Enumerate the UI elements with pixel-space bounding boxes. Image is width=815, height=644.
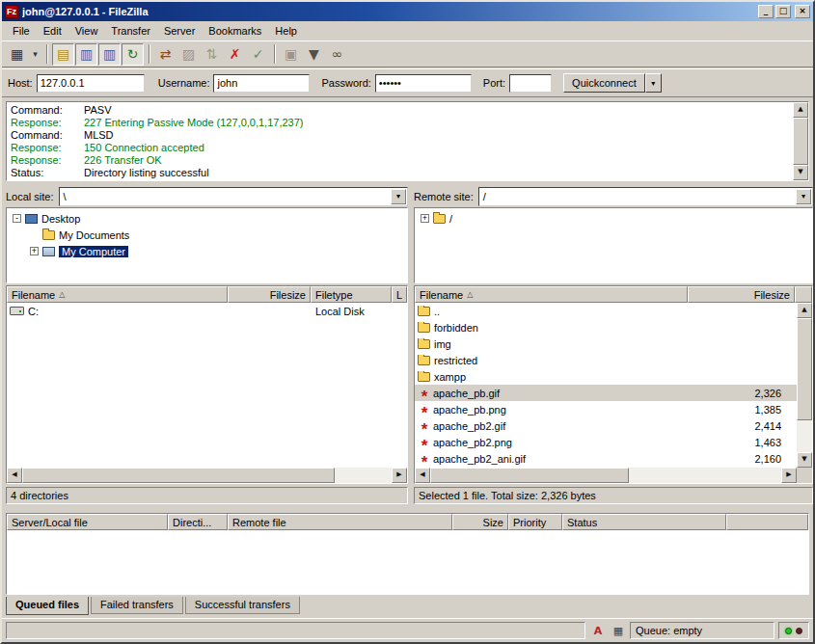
tree-item-my-documents[interactable]: My Documents	[7, 227, 407, 243]
remote-site-combo[interactable]: / ▾	[478, 187, 813, 206]
collapse-icon[interactable]: -	[13, 214, 21, 223]
tab-queued-files[interactable]: Queued files	[6, 597, 89, 615]
file-row-forbidden[interactable]: forbidden	[415, 319, 797, 335]
chevron-down-icon[interactable]: ▾	[796, 189, 811, 204]
scroll-up-icon[interactable]: ▲	[793, 102, 808, 118]
column-header-filename[interactable]: Filename△	[415, 286, 688, 303]
remote-file-list[interactable]: .. forbidden img restricted xampp *apach…	[415, 303, 797, 468]
file-row-apache-pb2-png[interactable]: *apache_pb2.png 1,463	[415, 434, 797, 450]
chevron-down-icon[interactable]: ▾	[391, 189, 406, 204]
log-type: Status:	[11, 167, 84, 179]
folder-icon	[418, 339, 430, 349]
host-input[interactable]	[37, 74, 145, 93]
file-row-c-drive[interactable]: C: Local Disk	[7, 303, 407, 319]
transfer-queue-pane[interactable]: Server/Local file Directi... Remote file…	[6, 513, 809, 595]
column-header-filesize[interactable]: Filesize	[688, 286, 795, 303]
local-treeview-toggle-button[interactable]: ▥	[75, 43, 97, 66]
preview-button[interactable]: ▨	[177, 43, 200, 66]
local-file-list[interactable]: C: Local Disk	[7, 303, 407, 468]
file-row-apache-pb-gif[interactable]: *apache_pb.gif 2,326	[415, 385, 797, 401]
remote-treeview-toggle-button[interactable]: ▥	[98, 43, 121, 66]
compare-button[interactable]: ▣	[280, 43, 302, 66]
expand-icon[interactable]: +	[421, 214, 429, 223]
password-input[interactable]	[375, 74, 472, 93]
file-row-img[interactable]: img	[415, 335, 797, 352]
close-button[interactable]: ×	[795, 5, 810, 18]
scroll-down-icon[interactable]: ▼	[793, 165, 808, 180]
scroll-up-icon[interactable]: ▲	[797, 303, 812, 318]
menu-view[interactable]: View	[68, 23, 105, 39]
scroll-left-icon[interactable]: ◀	[7, 468, 22, 483]
file-row-apache-pb2-gif[interactable]: *apache_pb2.gif 2,414	[415, 417, 797, 434]
app-logo-icon: Fz	[5, 5, 18, 18]
menu-edit[interactable]: Edit	[37, 23, 68, 39]
tree-item-desktop[interactable]: - Desktop	[7, 210, 407, 227]
scroll-right-icon[interactable]: ▶	[392, 468, 407, 483]
column-header-status[interactable]: Status	[562, 514, 726, 530]
file-row-xampp[interactable]: xampp	[415, 368, 797, 385]
file-row-parent[interactable]: ..	[415, 303, 797, 319]
site-manager-button[interactable]: ▦	[6, 43, 28, 66]
refresh-button[interactable]: ↻	[122, 43, 144, 66]
menu-transfer[interactable]: Transfer	[104, 23, 157, 39]
scroll-left-icon[interactable]: ◀	[415, 468, 430, 483]
scrollbar-thumb[interactable]	[797, 318, 812, 420]
filesize: 1,385	[686, 404, 787, 416]
local-site-label: Local site:	[6, 191, 54, 202]
tab-failed-transfers[interactable]: Failed transfers	[91, 597, 183, 614]
menu-file[interactable]: File	[6, 23, 37, 39]
column-header-direction[interactable]: Directi...	[168, 514, 228, 530]
remote-vscrollbar[interactable]: ▲ ▼	[797, 303, 812, 468]
username-input[interactable]	[213, 74, 310, 93]
local-status-bar: 4 directories	[6, 487, 408, 504]
folder-icon	[42, 230, 55, 240]
tab-successful-transfers[interactable]: Successful transfers	[185, 597, 300, 614]
title-bar[interactable]: Fz john@127.0.0.1 - FileZilla _ □ ×	[2, 2, 813, 21]
local-hscrollbar[interactable]: ◀ ▶	[7, 468, 407, 483]
quickconnect-button[interactable]: Quickconnect	[563, 73, 645, 93]
log-type: Response:	[11, 117, 84, 129]
scroll-down-icon[interactable]: ▼	[797, 452, 812, 468]
scrollbar-thumb[interactable]	[793, 118, 808, 165]
disconnect-button[interactable]: ✓	[247, 43, 269, 66]
column-header-filetype[interactable]: Filetype	[311, 286, 392, 303]
remote-hscrollbar[interactable]: ◀ ▶	[415, 468, 797, 483]
scrollbar-thumb[interactable]	[22, 468, 335, 483]
logview-toggle-button[interactable]: ▤	[52, 43, 74, 66]
file-row-apache-pb2-ani-gif[interactable]: *apache_pb2_ani.gif 2,160	[415, 450, 797, 467]
menu-bookmarks[interactable]: Bookmarks	[202, 23, 268, 39]
tree-item-root[interactable]: + /	[415, 210, 812, 227]
keypad-icon: ▦	[610, 622, 627, 639]
menu-server[interactable]: Server	[157, 23, 202, 39]
scroll-right-icon[interactable]: ▶	[781, 468, 797, 483]
expand-icon[interactable]: +	[30, 247, 39, 255]
maximize-button[interactable]: □	[775, 5, 791, 18]
file-row-restricted[interactable]: restricted	[415, 352, 797, 368]
scrollbar-thumb[interactable]	[430, 468, 629, 483]
column-header-filesize[interactable]: Filesize	[228, 286, 311, 303]
chevron-down-icon: ▾	[651, 79, 655, 88]
file-row-apache-pb-png[interactable]: *apache_pb.png 1,385	[415, 401, 797, 417]
quickconnect-dropdown-button[interactable]: ▾	[645, 73, 662, 93]
find-button[interactable]: ∞	[326, 43, 348, 66]
log-scrollbar[interactable]: ▲ ▼	[793, 102, 808, 180]
local-site-combo[interactable]: \ ▾	[59, 187, 408, 206]
column-header-priority[interactable]: Priority	[508, 514, 562, 530]
site-manager-dropdown-button[interactable]: ▾	[29, 43, 41, 66]
minimize-button[interactable]: _	[758, 5, 774, 18]
port-input[interactable]	[509, 74, 552, 93]
synchronize-button[interactable]: ⇅	[201, 43, 223, 66]
column-header-server-local-file[interactable]: Server/Local file	[7, 514, 168, 530]
menu-help[interactable]: Help	[268, 23, 304, 39]
column-header-lastmodified[interactable]: L	[392, 286, 407, 303]
process-queue-button[interactable]: ⇄	[154, 43, 177, 66]
filter-button[interactable]: ▼	[303, 43, 325, 66]
tree-item-my-computer[interactable]: + My Computer	[7, 243, 407, 259]
log-line: Command:PASV	[7, 104, 792, 117]
cancel-button[interactable]: ✗	[224, 43, 246, 66]
message-log[interactable]: Command:PASV Response:227 Entering Passi…	[6, 101, 809, 181]
column-header-filename[interactable]: Filename△	[7, 286, 228, 303]
local-list-header: Filename△ Filesize Filetype L	[7, 286, 407, 303]
column-header-size[interactable]: Size	[452, 514, 508, 530]
column-header-remote-file[interactable]: Remote file	[228, 514, 452, 530]
